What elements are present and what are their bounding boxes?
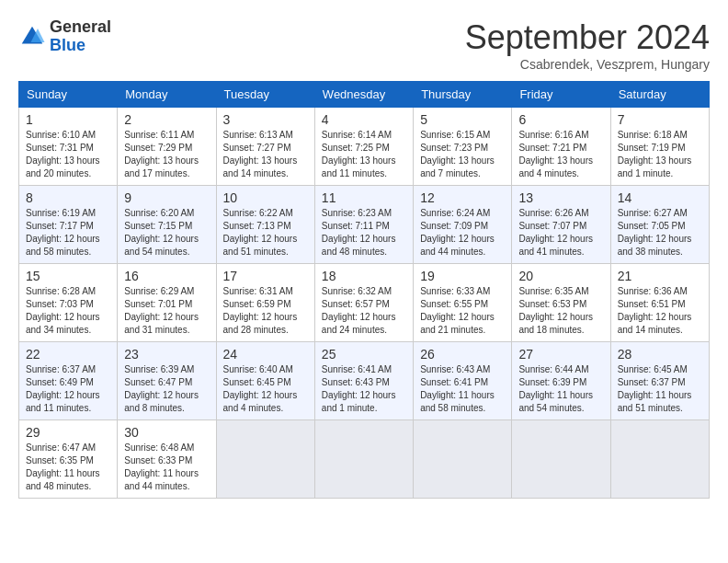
calendar-cell: 16Sunrise: 6:29 AMSunset: 7:01 PMDayligh… <box>118 264 216 342</box>
day-number: 5 <box>420 112 505 127</box>
calendar-cell: 15Sunrise: 6:28 AMSunset: 7:03 PMDayligh… <box>19 264 118 342</box>
page-header: General Blue September 2024 Csabrendek, … <box>18 18 710 72</box>
day-info: Sunrise: 6:15 AMSunset: 7:23 PMDaylight:… <box>420 129 505 180</box>
day-number: 16 <box>124 269 209 283</box>
logo-general-text: General <box>50 17 111 36</box>
calendar-cell: 12Sunrise: 6:24 AMSunset: 7:09 PMDayligh… <box>414 186 512 264</box>
calendar-cell: 17Sunrise: 6:31 AMSunset: 6:59 PMDayligh… <box>216 264 314 342</box>
day-number: 18 <box>322 269 406 283</box>
day-number: 29 <box>26 425 110 440</box>
day-info: Sunrise: 6:43 AMSunset: 6:41 PMDaylight:… <box>420 363 505 415</box>
calendar-cell: 8Sunrise: 6:19 AMSunset: 7:17 PMDaylight… <box>19 186 118 264</box>
day-info: Sunrise: 6:33 AMSunset: 6:55 PMDaylight:… <box>420 285 505 337</box>
calendar-cell: 19Sunrise: 6:33 AMSunset: 6:55 PMDayligh… <box>414 264 512 342</box>
day-header-saturday: Saturday <box>610 82 709 108</box>
calendar-week-row: 8Sunrise: 6:19 AMSunset: 7:17 PMDaylight… <box>19 186 710 264</box>
day-number: 3 <box>223 112 308 127</box>
calendar-table: SundayMondayTuesdayWednesdayThursdayFrid… <box>18 81 710 499</box>
day-number: 22 <box>26 347 110 362</box>
day-info: Sunrise: 6:48 AMSunset: 6:33 PMDaylight:… <box>124 442 209 493</box>
calendar-cell: 18Sunrise: 6:32 AMSunset: 6:57 PMDayligh… <box>314 264 413 342</box>
calendar-cell: 21Sunrise: 6:36 AMSunset: 6:51 PMDayligh… <box>610 264 709 342</box>
calendar-cell <box>610 420 709 499</box>
calendar-cell <box>314 420 413 499</box>
calendar-cell: 4Sunrise: 6:14 AMSunset: 7:25 PMDaylight… <box>314 108 413 186</box>
calendar-cell <box>512 420 610 499</box>
day-number: 13 <box>518 190 603 205</box>
day-number: 11 <box>322 190 406 205</box>
day-header-monday: Monday <box>118 82 216 108</box>
day-number: 19 <box>420 269 505 283</box>
day-number: 21 <box>618 269 702 283</box>
calendar-cell: 27Sunrise: 6:44 AMSunset: 6:39 PMDayligh… <box>512 342 610 420</box>
day-info: Sunrise: 6:35 AMSunset: 6:53 PMDaylight:… <box>518 285 603 337</box>
calendar-cell: 6Sunrise: 6:16 AMSunset: 7:21 PMDaylight… <box>512 108 610 186</box>
calendar-cell: 9Sunrise: 6:20 AMSunset: 7:15 PMDaylight… <box>118 186 216 264</box>
day-number: 14 <box>618 190 702 205</box>
day-number: 27 <box>518 347 603 362</box>
day-number: 8 <box>26 190 110 205</box>
calendar-cell: 10Sunrise: 6:22 AMSunset: 7:13 PMDayligh… <box>216 186 314 264</box>
calendar-cell: 29Sunrise: 6:47 AMSunset: 6:35 PMDayligh… <box>19 420 118 499</box>
day-number: 2 <box>124 112 209 127</box>
calendar-cell: 3Sunrise: 6:13 AMSunset: 7:27 PMDaylight… <box>216 108 314 186</box>
day-header-sunday: Sunday <box>19 82 118 108</box>
day-info: Sunrise: 6:27 AMSunset: 7:05 PMDaylight:… <box>618 207 702 259</box>
day-number: 15 <box>26 269 110 283</box>
day-info: Sunrise: 6:28 AMSunset: 7:03 PMDaylight:… <box>26 285 110 337</box>
day-number: 25 <box>322 347 406 362</box>
calendar-cell: 28Sunrise: 6:45 AMSunset: 6:37 PMDayligh… <box>610 342 709 420</box>
day-info: Sunrise: 6:20 AMSunset: 7:15 PMDaylight:… <box>124 207 209 259</box>
month-title: September 2024 <box>465 18 710 57</box>
day-info: Sunrise: 6:14 AMSunset: 7:25 PMDaylight:… <box>322 129 406 180</box>
day-info: Sunrise: 6:19 AMSunset: 7:17 PMDaylight:… <box>26 207 110 259</box>
calendar-week-row: 22Sunrise: 6:37 AMSunset: 6:49 PMDayligh… <box>19 342 710 420</box>
day-info: Sunrise: 6:36 AMSunset: 6:51 PMDaylight:… <box>618 285 702 337</box>
calendar-cell: 24Sunrise: 6:40 AMSunset: 6:45 PMDayligh… <box>216 342 314 420</box>
logo-icon <box>18 23 46 51</box>
day-number: 6 <box>518 112 603 127</box>
calendar-cell: 7Sunrise: 6:18 AMSunset: 7:19 PMDaylight… <box>610 108 709 186</box>
day-info: Sunrise: 6:16 AMSunset: 7:21 PMDaylight:… <box>518 129 603 180</box>
day-info: Sunrise: 6:26 AMSunset: 7:07 PMDaylight:… <box>518 207 603 259</box>
day-info: Sunrise: 6:10 AMSunset: 7:31 PMDaylight:… <box>26 129 110 180</box>
day-header-thursday: Thursday <box>414 82 512 108</box>
calendar-cell: 13Sunrise: 6:26 AMSunset: 7:07 PMDayligh… <box>512 186 610 264</box>
calendar-cell: 2Sunrise: 6:11 AMSunset: 7:29 PMDaylight… <box>118 108 216 186</box>
calendar-cell: 20Sunrise: 6:35 AMSunset: 6:53 PMDayligh… <box>512 264 610 342</box>
day-number: 7 <box>618 112 702 127</box>
day-info: Sunrise: 6:23 AMSunset: 7:11 PMDaylight:… <box>322 207 406 259</box>
day-info: Sunrise: 6:37 AMSunset: 6:49 PMDaylight:… <box>26 363 110 415</box>
calendar-week-row: 29Sunrise: 6:47 AMSunset: 6:35 PMDayligh… <box>19 420 710 499</box>
day-number: 1 <box>26 112 110 127</box>
calendar-cell: 25Sunrise: 6:41 AMSunset: 6:43 PMDayligh… <box>314 342 413 420</box>
day-info: Sunrise: 6:24 AMSunset: 7:09 PMDaylight:… <box>420 207 505 259</box>
logo: General Blue <box>18 18 111 55</box>
day-info: Sunrise: 6:31 AMSunset: 6:59 PMDaylight:… <box>223 285 308 337</box>
day-number: 17 <box>223 269 308 283</box>
day-info: Sunrise: 6:18 AMSunset: 7:19 PMDaylight:… <box>618 129 702 180</box>
day-number: 24 <box>223 347 308 362</box>
calendar-cell: 11Sunrise: 6:23 AMSunset: 7:11 PMDayligh… <box>314 186 413 264</box>
day-info: Sunrise: 6:29 AMSunset: 7:01 PMDaylight:… <box>124 285 209 337</box>
calendar-cell: 22Sunrise: 6:37 AMSunset: 6:49 PMDayligh… <box>19 342 118 420</box>
calendar-cell: 26Sunrise: 6:43 AMSunset: 6:41 PMDayligh… <box>414 342 512 420</box>
day-info: Sunrise: 6:32 AMSunset: 6:57 PMDaylight:… <box>322 285 406 337</box>
day-info: Sunrise: 6:39 AMSunset: 6:47 PMDaylight:… <box>124 363 209 415</box>
day-number: 28 <box>618 347 702 362</box>
day-info: Sunrise: 6:45 AMSunset: 6:37 PMDaylight:… <box>618 363 702 415</box>
calendar-cell: 30Sunrise: 6:48 AMSunset: 6:33 PMDayligh… <box>118 420 216 499</box>
day-info: Sunrise: 6:47 AMSunset: 6:35 PMDaylight:… <box>26 442 110 493</box>
calendar-cell <box>414 420 512 499</box>
day-number: 10 <box>223 190 308 205</box>
calendar-week-row: 15Sunrise: 6:28 AMSunset: 7:03 PMDayligh… <box>19 264 710 342</box>
calendar-cell: 1Sunrise: 6:10 AMSunset: 7:31 PMDaylight… <box>19 108 118 186</box>
day-info: Sunrise: 6:44 AMSunset: 6:39 PMDaylight:… <box>518 363 603 415</box>
day-number: 9 <box>124 190 209 205</box>
logo-blue-text: Blue <box>50 36 85 54</box>
title-section: September 2024 Csabrendek, Veszprem, Hun… <box>465 18 710 72</box>
calendar-cell: 5Sunrise: 6:15 AMSunset: 7:23 PMDaylight… <box>414 108 512 186</box>
day-number: 4 <box>322 112 406 127</box>
day-info: Sunrise: 6:22 AMSunset: 7:13 PMDaylight:… <box>223 207 308 259</box>
calendar-cell <box>216 420 314 499</box>
